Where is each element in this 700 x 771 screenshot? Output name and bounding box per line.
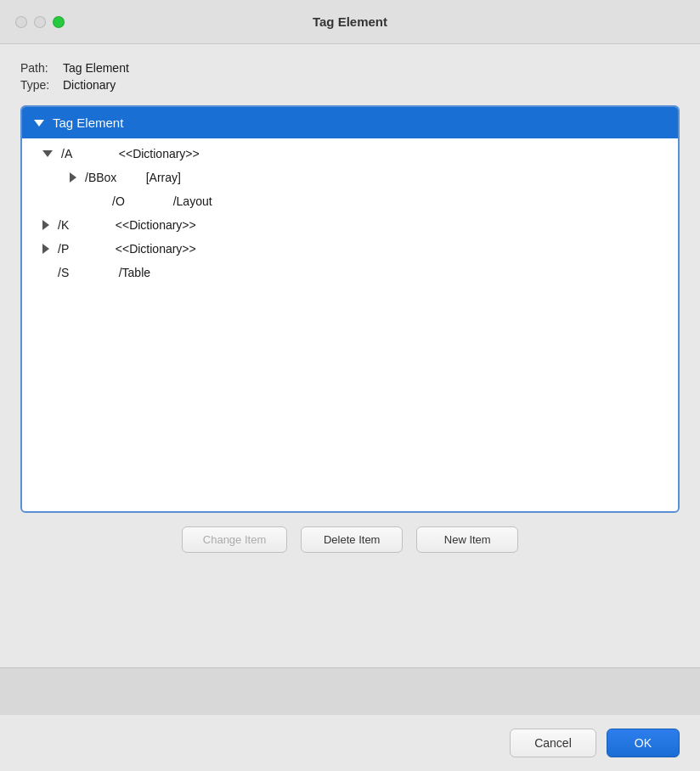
title-bar: Tag Element (0, 0, 700, 44)
path-row: Path: Tag Element (20, 61, 680, 75)
arrow-right-icon (70, 172, 76, 183)
bottom-bar (0, 667, 700, 715)
close-button[interactable] (15, 16, 27, 28)
tree-val-p: <<Dictionary>> (109, 242, 196, 256)
tree-val-o: /Layout (163, 194, 212, 208)
tree-item-p[interactable]: /P <<Dictionary>> (22, 237, 678, 261)
tree-val-k: <<Dictionary>> (109, 218, 196, 232)
tree-key-k: /K (58, 218, 109, 232)
tree-item-bbox[interactable]: /BBox [Array] (22, 166, 678, 189)
tree-key-p: /P (58, 242, 109, 256)
tree-container[interactable]: Tag Element /A <<Dictionary>> /BBox [Arr… (20, 105, 680, 513)
tree-item-a[interactable]: /A <<Dictionary>> (22, 142, 678, 166)
action-buttons-row: Change Item Delete Item New Item (20, 526, 680, 553)
path-value: Tag Element (63, 61, 129, 75)
tree-item-o[interactable]: /O /Layout (22, 189, 678, 213)
tree-val-a: <<Dictionary>> (112, 147, 200, 160)
arrow-right-icon-k (42, 220, 49, 230)
tree-root-arrow (34, 120, 44, 127)
path-label: Path: (20, 61, 63, 75)
arrow-down-icon (42, 150, 53, 157)
window-controls (15, 16, 65, 28)
dialog-content: Path: Tag Element Type: Dictionary Tag E… (0, 44, 700, 664)
delete-item-button[interactable]: Delete Item (301, 526, 403, 553)
maximize-button[interactable] (53, 16, 65, 28)
minimize-button[interactable] (34, 16, 46, 28)
tree-root-label: Tag Element (53, 115, 123, 130)
tree-item-k[interactable]: /K <<Dictionary>> (22, 213, 678, 237)
ok-button[interactable]: OK (607, 729, 680, 757)
tree-key-o: /O (112, 194, 163, 208)
type-label: Type: (20, 78, 63, 92)
new-item-button[interactable]: New Item (416, 526, 518, 553)
tree-body: /A <<Dictionary>> /BBox [Array] /O /Layo… (22, 138, 678, 288)
tree-key-s: /S (58, 266, 109, 279)
change-item-button[interactable]: Change Item (182, 526, 287, 553)
footer-buttons: Cancel OK (0, 715, 700, 771)
type-value: Dictionary (63, 78, 116, 92)
window-title: Tag Element (313, 14, 387, 29)
tree-item-s[interactable]: /S /Table (22, 261, 678, 284)
cancel-button[interactable]: Cancel (510, 729, 596, 757)
tree-key-bbox: /BBox (85, 171, 136, 184)
tree-key-a: /A (61, 147, 112, 160)
tree-root-item[interactable]: Tag Element (22, 107, 678, 138)
meta-section: Path: Tag Element Type: Dictionary (20, 61, 680, 95)
tree-val-bbox: [Array] (136, 171, 181, 184)
arrow-right-icon-p (42, 244, 49, 254)
type-row: Type: Dictionary (20, 78, 680, 92)
tree-val-s: /Table (109, 266, 150, 279)
